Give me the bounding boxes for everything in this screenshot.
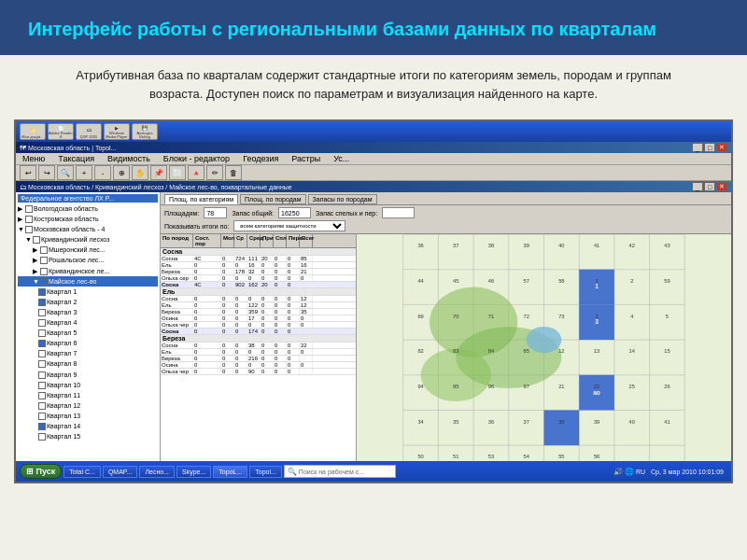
- tree-item-kostroma[interactable]: ▶ Костромская область: [18, 214, 158, 224]
- tree-item-vologda[interactable]: ▶ Вологодская область: [18, 203, 158, 214]
- label-pokazyvat: Показывать итоги по:: [164, 223, 229, 230]
- menu-item-more[interactable]: Ус...: [331, 153, 352, 164]
- th-sred: Сред: [247, 234, 261, 247]
- table-row: Ольха чер 0 0 0 0 0 0 0 0: [161, 322, 356, 329]
- toolbar-btn-3[interactable]: 🔍: [57, 165, 74, 180]
- toolbar-btn-4[interactable]: +: [76, 165, 92, 180]
- sub-minimize-btn[interactable]: _: [692, 182, 703, 191]
- table-row: Осина 0 0 0 17 0 0 0 0: [161, 315, 356, 322]
- tree-kvartal-5[interactable]: Квартал 5: [38, 328, 158, 338]
- tab-plosch-kategori[interactable]: Площ. по категориям: [164, 194, 238, 204]
- taskbar-clock: Ср, 3 мар 2010 10:01:09: [651, 469, 724, 475]
- start-button[interactable]: ⊞ Пуск: [20, 464, 62, 479]
- tree-kvartal-2[interactable]: Квартал 2: [38, 297, 158, 307]
- th-mol: Мол: [221, 234, 234, 247]
- desktop-icon-adobe[interactable]: 📄 Adobe Reader 8: [48, 123, 74, 140]
- subwindow-controls: _ □ ✕: [692, 182, 727, 191]
- tree-kvartal-15[interactable]: Квартал 15: [38, 431, 158, 441]
- svg-text:4: 4: [630, 314, 633, 319]
- close-button[interactable]: ✕: [716, 143, 727, 152]
- desktop-icon-qsp[interactable]: 🗂 QSP 2005: [76, 123, 102, 140]
- svg-text:1: 1: [595, 283, 599, 289]
- select-kategorii[interactable]: всем категориям защитности: [233, 220, 345, 231]
- svg-text:69: 69: [417, 314, 423, 319]
- taskbar-item-qmap[interactable]: QMAP...: [103, 466, 138, 478]
- slide-title: Интерфейс работы с региональными базами …: [28, 17, 719, 41]
- toolbar-btn-11[interactable]: ✏: [206, 165, 223, 180]
- svg-text:58: 58: [558, 278, 564, 284]
- menu-item-rasters[interactable]: Растры: [289, 153, 323, 164]
- tree-kvartal-8[interactable]: Квартал 8: [38, 358, 158, 369]
- taskbar-item-topol2[interactable]: Topol...: [249, 466, 282, 478]
- sub-maximize-btn[interactable]: □: [704, 182, 715, 191]
- tree-kvartal-7[interactable]: Квартал 7: [38, 348, 158, 358]
- slide: Интерфейс работы с региональными базами …: [0, 0, 747, 560]
- menu-bar: Меню Таксация Видимость Блоки - редактор…: [16, 153, 731, 165]
- desktop-icons-bar: 📁 Мои докум... 📄 Adobe Reader 8 🗂 QSP 20…: [16, 121, 731, 142]
- toolbar-btn-1[interactable]: ↩: [20, 165, 36, 180]
- menu-item-blocks[interactable]: Блоки - редактор: [161, 153, 233, 164]
- tree-item-mayskoe[interactable]: ▼ Майское лес-во: [18, 276, 158, 287]
- tree-kvartal-4[interactable]: Квартал 4: [38, 317, 158, 328]
- tree-item-moscow-obl[interactable]: ▼ Московская область - 4: [18, 224, 158, 234]
- desktop-icon-auslogics[interactable]: 💾 Auslogics Defrag: [132, 123, 158, 140]
- toolbar-btn-9[interactable]: ⬜: [169, 165, 186, 180]
- svg-text:13: 13: [594, 348, 599, 354]
- header-section: Интерфейс работы с региональными базами …: [0, 0, 747, 55]
- svg-text:14: 14: [629, 348, 635, 354]
- table-row: Сосна 0 0 0 38 0 0 0 22: [161, 343, 356, 349]
- minimize-button[interactable]: _: [692, 143, 703, 152]
- maximize-button[interactable]: □: [704, 143, 715, 152]
- toolbar-btn-6[interactable]: ⊕: [113, 165, 130, 180]
- tree-item-krivandin-les[interactable]: ▶ Кривандинское ле...: [18, 266, 158, 276]
- toolbar-btn-10[interactable]: 🔺: [188, 165, 204, 180]
- tree-item-msheron[interactable]: ▶ Мшеронский лес...: [18, 245, 158, 255]
- input-zapas-obshiy[interactable]: [278, 207, 311, 218]
- toolbar-btn-8[interactable]: 📌: [150, 165, 167, 180]
- tree-kvartal-1[interactable]: Квартал 1: [38, 287, 158, 297]
- taskbar-search[interactable]: 🔍 Поиск на рабочем с...: [284, 465, 396, 478]
- toolbar-btn-7[interactable]: ✋: [132, 165, 148, 180]
- th-sost-por: Сост. пор: [193, 234, 221, 247]
- tree-item-krivandin[interactable]: ▼ Кривандинский лесхоз: [18, 234, 158, 245]
- toolbar-btn-12[interactable]: 🗑: [225, 165, 242, 180]
- tab-plosch-porody[interactable]: Площ. по породам: [240, 194, 305, 204]
- taskbar-item-total[interactable]: Total C...: [63, 466, 101, 478]
- th-spel: Спл: [274, 234, 287, 247]
- menu-item-visibility[interactable]: Видимость: [105, 153, 153, 164]
- desktop-icon-wmp[interactable]: ▶ Windows Media Player: [104, 123, 130, 140]
- menu-item-menu[interactable]: Меню: [20, 153, 48, 164]
- toolbar-btn-5[interactable]: -: [94, 165, 111, 180]
- svg-text:70: 70: [453, 314, 458, 319]
- tree-item-roshal[interactable]: ▶ Рошальское лес...: [18, 255, 158, 265]
- tree-kvartal-13[interactable]: Квартал 13: [38, 411, 158, 421]
- tree-kvartal-9[interactable]: Квартал 9: [38, 370, 158, 380]
- svg-text:25: 25: [629, 384, 635, 389]
- menu-item-geodesy[interactable]: Геодезия: [240, 153, 281, 164]
- svg-text:21: 21: [558, 384, 564, 389]
- tree-kvartal-14[interactable]: Квартал 14: [38, 421, 158, 431]
- tree-kvartal-3[interactable]: Квартал 3: [38, 307, 158, 317]
- tree-kvartal-6[interactable]: Квартал 6: [38, 338, 158, 348]
- svg-text:40: 40: [629, 419, 635, 425]
- svg-text:12: 12: [558, 348, 564, 354]
- table-row: Ель 0 0 0 0 0 0 0 0: [161, 349, 356, 356]
- svg-text:36: 36: [417, 243, 423, 248]
- desktop-icon-mydocs[interactable]: 📁 Мои докум...: [20, 123, 46, 140]
- input-ploschadam[interactable]: [204, 207, 227, 218]
- sub-close-btn[interactable]: ✕: [716, 182, 727, 191]
- tree-kvartal-12[interactable]: Квартал 12: [38, 400, 158, 411]
- toolbar-btn-2[interactable]: ↪: [38, 165, 55, 180]
- tab-zapasy[interactable]: Запасы по породам: [308, 194, 377, 204]
- content-area: Атрибутивная база по кварталам содержит …: [0, 55, 747, 112]
- svg-text:38: 38: [488, 243, 494, 248]
- left-panel-tree: Федеральное агентство ЛХ Р... ▶ Вологодс…: [16, 192, 161, 476]
- taskbar-item-lesno[interactable]: Лесно...: [139, 466, 175, 478]
- taskbar-item-topol1[interactable]: TopоL...: [213, 466, 247, 478]
- input-zapas-spelykh[interactable]: [382, 207, 415, 218]
- section-el: Ель: [161, 288, 356, 296]
- taskbar-item-skype[interactable]: Skype...: [176, 466, 211, 478]
- tree-kvartal-10[interactable]: Квартал 10: [38, 380, 158, 390]
- menu-item-taxation[interactable]: Таксация: [55, 153, 97, 164]
- tree-kvartal-11[interactable]: Квартал 11: [38, 390, 158, 400]
